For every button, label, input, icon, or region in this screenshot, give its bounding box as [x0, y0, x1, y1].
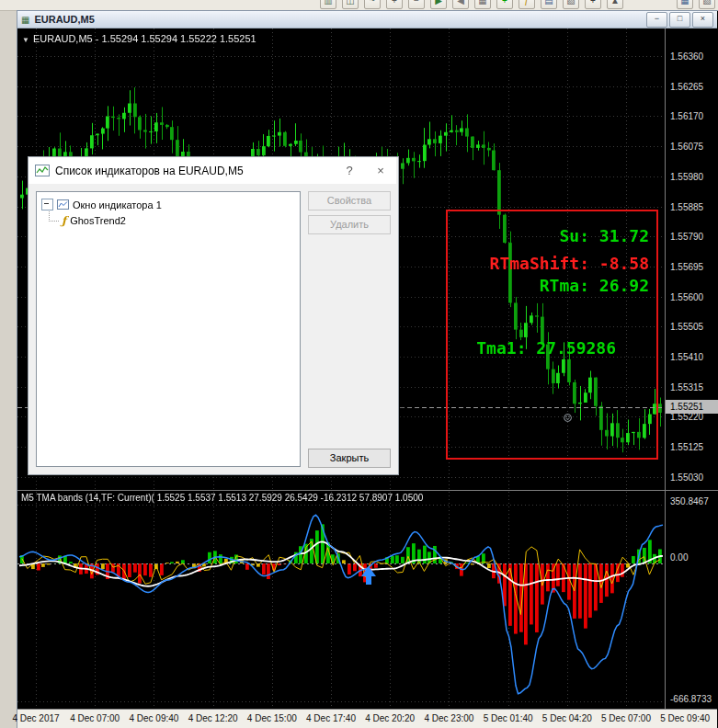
price-axis-label: 1.55790 [670, 232, 703, 242]
price-axis-label: 1.55885 [670, 202, 703, 212]
price-axis-label: 1.55695 [670, 262, 703, 272]
desktop: ▥◫~+−▶◀▦+ƒ▤▧+▲ ▦▧ ▦ EURAUD,M5 − □ × ▼EUR… [0, 0, 718, 728]
custom-indicator-icon: ƒ [62, 214, 66, 227]
window-title: EURAUD,M5 [34, 14, 94, 25]
time-axis-label: 4 Dec 20:20 [365, 713, 415, 723]
time-axis-label: 5 Dec 09:40 [660, 713, 710, 723]
annotation-box: Su: 31.72 RTmaShift: -8.58 RTma: 26.92 T… [446, 210, 658, 460]
close-dialog-button[interactable]: Закрыть [308, 449, 391, 468]
time-axis-label: 4 Dec 15:00 [247, 713, 297, 723]
quick-nav-triangle-icon[interactable]: ▼ [22, 36, 29, 44]
chart-shift-icon[interactable]: ◀ [452, 0, 469, 9]
new-order-icon[interactable]: + [496, 0, 513, 9]
tree-item-label-child: GhosTrend2 [70, 215, 126, 226]
templates-icon[interactable]: ▧ [563, 0, 579, 9]
price-axis-label: 1.55505 [670, 322, 703, 332]
chart-ohlc-header: ▼EURAUD,M5 - 1.55294 1.55294 1.55222 1.5… [22, 33, 256, 44]
tree-item-label-root: Окно индикатора 1 [73, 199, 162, 210]
cascade-windows-icon[interactable]: ▧ [699, 0, 715, 9]
grid-icon[interactable]: ▦ [474, 0, 491, 9]
toolbar-icon-row: ▥◫~+−▶◀▦+ƒ▤▧+▲ [320, 0, 623, 9]
indicator-axis-label: -666.8733 [670, 694, 712, 704]
dialog-close-icon[interactable]: × [365, 157, 396, 184]
chart-window-icon: ▦ [21, 15, 29, 25]
tile-windows-icon[interactable]: ▦ [677, 0, 693, 9]
time-axis-label: 4 Dec 2017 [12, 713, 59, 723]
restore-button[interactable]: □ [669, 12, 690, 28]
delete-button[interactable]: Удалить [308, 215, 391, 234]
indicator-list-icon [35, 165, 50, 176]
annotation-rtmashift: RTmaShift: -8.58 [490, 254, 649, 273]
time-axis-label: 4 Dec 23:00 [424, 713, 473, 723]
time-axis: 4 Dec 20174 Dec 07:004 Dec 09:404 Dec 12… [17, 709, 717, 728]
current-price-tag: 1.55251 [666, 400, 718, 414]
annotation-su: Su: 31.72 [559, 226, 649, 245]
annotation-rtma: RTma: 26.92 [540, 276, 649, 295]
indicator-list-dialog: Список индикаторов на EURAUD,M5 ? × Окно… [28, 156, 399, 475]
properties-button[interactable]: Свойства [308, 191, 391, 210]
price-axis: 1.55251 1.563601.562651.561701.560751.55… [665, 28, 718, 709]
ohlc-text: EURAUD,M5 - 1.55294 1.55294 1.55222 1.55… [33, 33, 256, 44]
dialog-titlebar[interactable]: Список индикаторов на EURAUD,M5 ? × [28, 157, 396, 184]
minimize-button[interactable]: − [646, 12, 667, 28]
pane-separator [666, 490, 718, 491]
line-chart-icon[interactable]: ~ [364, 0, 381, 9]
tree-item-ghostrend2[interactable]: ƒ GhosTrend2 [37, 212, 300, 228]
price-axis-label: 1.55600 [670, 292, 703, 302]
indicator-window-icon [57, 199, 69, 210]
indicator-axis-label: 0.00 [670, 552, 688, 563]
crosshair-icon[interactable]: + [585, 0, 601, 9]
zoom-in-icon[interactable]: + [386, 0, 403, 9]
auto-scroll-icon[interactable]: ▶ [430, 0, 447, 9]
smiley-icon: ☺ [564, 410, 572, 427]
tree-collapse-icon[interactable] [41, 199, 53, 210]
toolbar-icon-row-right: ▦▧ [677, 0, 715, 9]
indicator-header: M5 TMA bands (14,TF: Current)( 1.5525 1.… [21, 493, 423, 503]
tree-connector [49, 211, 59, 222]
zoom-out-icon[interactable]: − [408, 0, 425, 9]
ohlc-bars-icon[interactable]: ▥ [320, 0, 336, 9]
close-button[interactable]: × [692, 12, 713, 28]
time-axis-label: 4 Dec 07:00 [70, 713, 120, 723]
price-axis-label: 1.56075 [670, 142, 703, 152]
annotation-tma1: Tma1: 27.59286 [476, 338, 616, 358]
indicator-tree[interactable]: Окно индикатора 1 ƒ GhosTrend2 [36, 191, 301, 467]
indicator-axis-label: 350.8467 [670, 496, 709, 506]
periods-icon[interactable]: ▤ [541, 0, 557, 9]
time-axis-label: 5 Dec 04:20 [542, 713, 592, 723]
tree-item-indicator-window[interactable]: Окно индикатора 1 [37, 197, 300, 212]
window-controls: − □ × [646, 12, 713, 28]
window-titlebar[interactable]: ▦ EURAUD,M5 − □ × [17, 11, 717, 28]
price-axis-label: 1.55220 [670, 412, 703, 422]
price-axis-label: 1.55315 [670, 382, 703, 392]
dialog-help-button[interactable]: ? [334, 157, 365, 184]
time-axis-label: 4 Dec 17:40 [306, 713, 356, 723]
price-axis-label: 1.55030 [670, 472, 703, 483]
price-axis-label: 1.56265 [670, 82, 703, 92]
cursor-icon[interactable]: ▲ [607, 0, 623, 9]
time-axis-label: 5 Dec 07:00 [601, 713, 651, 723]
price-axis-label: 1.56170 [670, 111, 703, 121]
indicators-icon[interactable]: ƒ [519, 0, 535, 9]
time-axis-label: 4 Dec 12:20 [188, 713, 238, 723]
candlestick-icon[interactable]: ◫ [342, 0, 359, 9]
price-axis-label: 1.55980 [670, 172, 703, 182]
dialog-title: Список индикаторов на EURAUD,M5 [55, 165, 244, 177]
price-axis-label: 1.55125 [670, 442, 703, 452]
time-axis-label: 5 Dec 01:40 [484, 713, 533, 723]
price-axis-label: 1.56360 [670, 51, 703, 62]
price-axis-label: 1.55410 [670, 352, 703, 362]
time-axis-label: 4 Dec 09:40 [129, 713, 178, 723]
